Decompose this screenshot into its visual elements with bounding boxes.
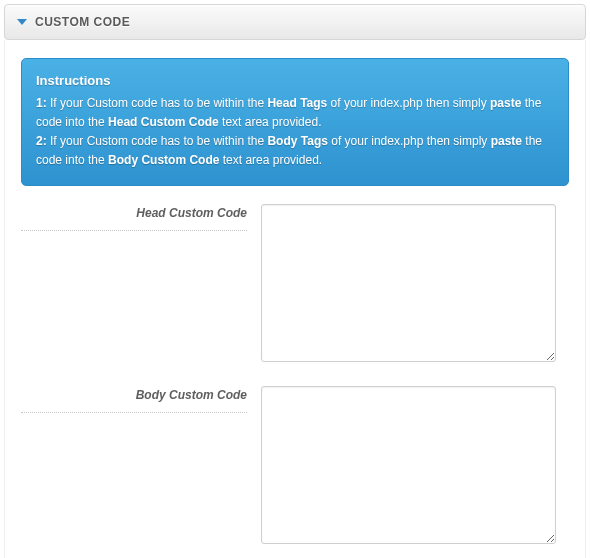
instructions-text: of your index.php then simply <box>328 134 491 148</box>
instructions-bold: Body Custom Code <box>108 153 219 167</box>
panel-body: Instructions 1: If your Custom code has … <box>4 40 586 558</box>
field-row-body: Body Custom Code <box>21 386 569 548</box>
body-custom-code-label: Body Custom Code <box>21 388 247 408</box>
field-label-col: Head Custom Code <box>21 204 261 231</box>
head-custom-code-label: Head Custom Code <box>21 206 247 226</box>
instructions-box: Instructions 1: If your Custom code has … <box>21 58 569 186</box>
instructions-text: text area provided. <box>219 153 322 167</box>
instructions-bold: Head Custom Code <box>108 115 219 129</box>
divider-dotted <box>21 412 247 413</box>
custom-code-panel: CUSTOM CODE Instructions 1: If your Cust… <box>4 4 586 558</box>
instructions-line-2: 2: If your Custom code has to be within … <box>36 132 554 170</box>
field-row-head: Head Custom Code <box>21 204 569 366</box>
divider-dotted <box>21 230 247 231</box>
body-custom-code-textarea[interactable] <box>261 386 556 544</box>
instructions-text: If your Custom code has to be within the <box>47 134 268 148</box>
panel-header[interactable]: CUSTOM CODE <box>4 4 586 40</box>
instructions-line-2-prefix: 2: <box>36 134 47 148</box>
instructions-heading: Instructions <box>36 71 554 92</box>
field-input-col <box>261 386 569 548</box>
instructions-text: text area provided. <box>219 115 322 129</box>
collapse-triangle-icon <box>17 19 27 25</box>
instructions-bold: Head Tags <box>267 96 327 110</box>
instructions-text: of your index.php then simply <box>327 96 490 110</box>
head-custom-code-textarea[interactable] <box>261 204 556 362</box>
field-input-col <box>261 204 569 366</box>
instructions-line-1-prefix: 1: <box>36 96 47 110</box>
instructions-bold: paste <box>490 96 521 110</box>
instructions-line-1: 1: If your Custom code has to be within … <box>36 94 554 132</box>
field-label-col: Body Custom Code <box>21 386 261 413</box>
instructions-bold: Body Tags <box>267 134 327 148</box>
instructions-bold: paste <box>491 134 522 148</box>
instructions-text: If your Custom code has to be within the <box>47 96 268 110</box>
panel-title: CUSTOM CODE <box>35 15 130 29</box>
